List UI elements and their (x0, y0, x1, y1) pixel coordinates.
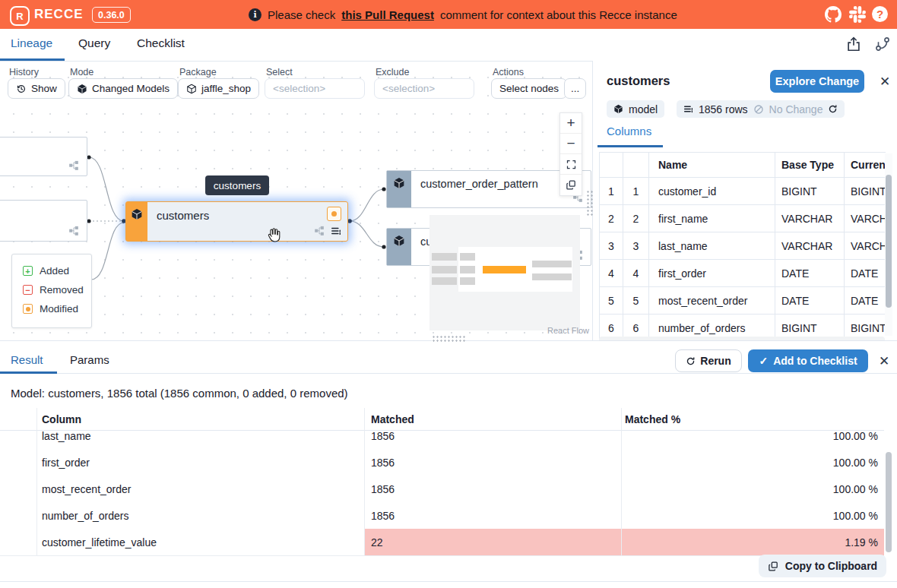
table-row[interactable]: 55 most_recent_orderDATE DATE (600, 287, 886, 315)
row-count-badge: 1856 rows No Change (677, 100, 845, 118)
result-panel: Result Params Rerun ✓ Add to Checklist ✕… (0, 340, 897, 588)
tab-columns[interactable]: Columns (607, 125, 651, 138)
removed-icon: − (23, 285, 33, 295)
upstream-node-1[interactable] (0, 137, 87, 176)
exclude-input[interactable] (374, 78, 474, 99)
columns-table: Name Base Type Current Type 11 customer_… (599, 152, 886, 342)
result-tab-indicator (0, 371, 57, 374)
table-row[interactable]: 11 customer_idBIGINT BIGINT (600, 178, 886, 205)
legend-removed: − Removed (23, 284, 91, 296)
pull-request-link[interactable]: this Pull Request (341, 8, 434, 21)
close-result-icon[interactable]: ✕ (879, 355, 889, 368)
table-row[interactable]: 33 last_nameVARCHAR VARCHAR (600, 232, 886, 260)
help-icon[interactable]: ? (872, 6, 888, 22)
header-current-type: Current Type (845, 153, 886, 177)
interactive-lock-button[interactable] (560, 175, 582, 195)
tab-query[interactable]: Query (78, 36, 110, 50)
no-change-icon (753, 104, 764, 115)
model-cube-icon (393, 235, 405, 247)
github-icon[interactable] (825, 6, 842, 23)
hierarchy-icon (68, 226, 79, 236)
tab-result[interactable]: Result (11, 353, 43, 366)
table-row[interactable]: 44 first_orderDATE DATE (600, 260, 886, 287)
zoom-out-button[interactable]: − (560, 134, 582, 154)
package-button[interactable]: jaffle_shop (178, 78, 259, 99)
info-icon: i (249, 8, 261, 21)
added-icon: + (23, 266, 33, 276)
header-base-type: Base Type (775, 153, 845, 177)
add-to-checklist-button[interactable]: ✓ Add to Checklist (748, 349, 868, 372)
rows-icon (683, 104, 693, 114)
minimap-node (532, 273, 572, 280)
package-button-label: jaffle_shop (201, 83, 251, 94)
model-cube-icon (131, 208, 143, 220)
mode-label: Mode (70, 67, 94, 77)
table-row[interactable]: first_order 1856 100.00 % (0, 449, 884, 476)
header-matched-pct: Matched % (622, 408, 884, 431)
more-actions-button[interactable]: ... (564, 78, 586, 99)
actions-label: Actions (493, 67, 524, 77)
model-badge-label: model (629, 103, 658, 115)
legend-added-label: Added (40, 265, 69, 277)
share-icon[interactable] (845, 36, 862, 52)
fit-view-button[interactable] (560, 154, 582, 175)
main-nav: Lineage Query Checklist (0, 29, 897, 62)
scrollbar-thumb[interactable] (886, 175, 892, 308)
recce-logo-icon: R (10, 6, 30, 26)
table-row-clipped[interactable]: last_name 1856 100.00 % (0, 431, 884, 449)
vertical-resize-handle[interactable] (586, 190, 593, 217)
rerun-button[interactable]: Rerun (675, 349, 742, 372)
tab-checklist[interactable]: Checklist (137, 36, 185, 50)
node-customers[interactable]: customers (125, 201, 348, 242)
zoom-in-button[interactable]: + (560, 113, 582, 134)
minimap-node (432, 277, 457, 285)
minimap-node (460, 277, 475, 285)
modified-icon (23, 304, 33, 314)
explore-change-button[interactable]: Explore Change (770, 70, 864, 93)
table-row-highlighted[interactable]: customer_lifetime_value 22 1.19 % (0, 529, 884, 556)
tabs-divider (0, 373, 897, 374)
copy-icon (566, 179, 577, 191)
cube-icon (77, 84, 87, 94)
slack-icon[interactable] (849, 6, 866, 23)
mode-button[interactable]: Changed Models (68, 78, 178, 99)
package-label: Package (179, 67, 217, 77)
horizontal-resize-handle[interactable] (432, 335, 465, 343)
zoom-controls: + − (559, 112, 582, 196)
minimap[interactable] (429, 215, 580, 330)
minimap-node-selected (483, 266, 526, 273)
copy-to-clipboard-label: Copy to Clipboard (785, 560, 877, 572)
select-label: Select (266, 67, 293, 77)
tab-params[interactable]: Params (70, 353, 109, 366)
package-icon (186, 84, 197, 94)
minimap-node (432, 253, 457, 261)
legend-removed-label: Removed (40, 284, 84, 296)
select-input[interactable] (265, 78, 365, 99)
result-scrollbar[interactable] (885, 431, 892, 555)
upstream-node-2[interactable] (0, 200, 87, 242)
banner-message-suffix: comment for context about this Recce ins… (440, 8, 677, 21)
copy-to-clipboard-button[interactable]: Copy to Clipboard (759, 555, 886, 577)
detail-title: customers (607, 74, 670, 88)
tab-lineage[interactable]: Lineage (11, 36, 52, 50)
minimap-node (460, 266, 475, 273)
table-row[interactable]: number_of_orders 1856 100.00 % (0, 502, 884, 530)
branch-icon[interactable] (874, 36, 891, 52)
banner-message-prefix: Please check (268, 8, 335, 21)
model-badge: model (607, 100, 664, 118)
refresh-icon (686, 356, 696, 366)
refresh-icon[interactable] (828, 104, 838, 114)
show-history-button[interactable]: Show (8, 78, 65, 99)
show-history-label: Show (31, 83, 57, 94)
vertical-scrollbar[interactable] (885, 153, 892, 336)
graph-toolbar: History Show Mode Changed Models Package… (0, 61, 592, 105)
table-row[interactable]: 22 first_nameVARCHAR VARCHAR (600, 205, 886, 232)
columns-table-header: Name Base Type Current Type (600, 153, 886, 178)
top-banner: R RECCE 0.36.0 i Please check this Pull … (0, 0, 897, 29)
close-panel-icon[interactable]: ✕ (880, 75, 890, 88)
select-nodes-button[interactable]: Select nodes (491, 78, 567, 99)
model-cube-icon (393, 177, 405, 189)
lineage-canvas[interactable]: customers customer_order_pattern cu (0, 61, 592, 340)
table-row[interactable]: most_recent_order 1856 100.00 % (0, 476, 884, 503)
scrollbar-thumb[interactable] (886, 452, 892, 552)
